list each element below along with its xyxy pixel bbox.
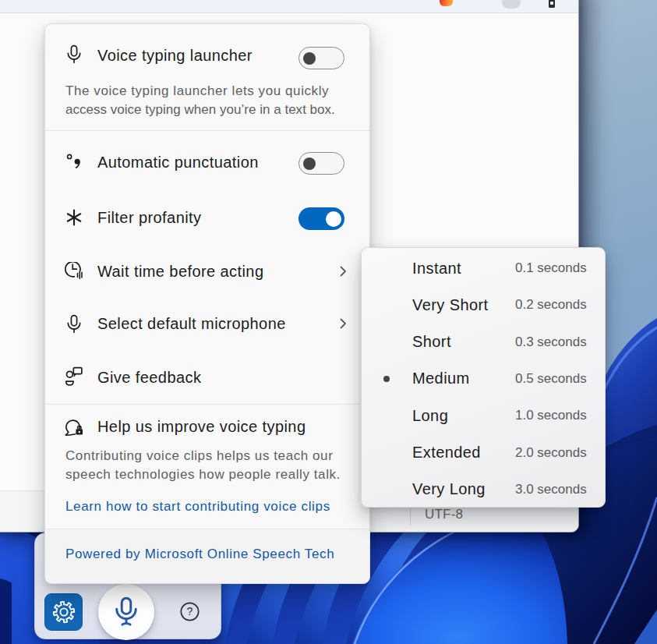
submenu-option-label: Very Short [412, 296, 489, 314]
item-label: Help us improve voice typing [97, 418, 306, 436]
submenu-option[interactable]: Very Short 0.2 seconds [362, 289, 605, 320]
description-line: Contributing voice clips helps us teach … [65, 447, 341, 465]
statusbar-encoding: UTF-8 [425, 507, 463, 522]
item-label: Automatic punctuation [97, 154, 259, 172]
microphone-icon [110, 596, 143, 628]
speech-bubble-lock-icon [65, 417, 83, 436]
item-label: Select default microphone [97, 315, 286, 333]
item-label: Wait time before acting [97, 263, 263, 281]
submenu-option-value: 0.3 seconds [515, 334, 587, 350]
submenu-option-label: Very Long [412, 480, 486, 498]
item-label: Give feedback [97, 369, 201, 387]
learn-voice-clips-link[interactable]: Learn how to start contributing voice cl… [65, 499, 330, 515]
submenu-option-value: 0.5 seconds [515, 371, 587, 387]
row-wait-time[interactable]: Wait time before acting [45, 256, 369, 287]
profile-avatar[interactable] [502, 0, 521, 9]
row-select-microphone[interactable]: Select default microphone [45, 308, 369, 339]
voice-typing-settings-flyout: Voice typing launcher The voice typing l… [44, 23, 370, 584]
gear-icon [51, 600, 76, 625]
row-voice-typing-launcher[interactable]: Voice typing launcher [45, 40, 369, 71]
wait-time-clock-icon [65, 262, 83, 281]
submenu-option-value: 3.0 seconds [515, 482, 587, 497]
chevron-right-icon [335, 316, 351, 331]
selected-bullet-icon [383, 376, 390, 382]
submenu-option[interactable]: Long 1.0 seconds [362, 400, 605, 431]
row-give-feedback[interactable]: Give feedback [45, 362, 369, 393]
row-filter-profanity[interactable]: Filter profanity [45, 202, 369, 233]
submenu-option-value: 2.0 seconds [515, 445, 587, 461]
submenu-option-label: Medium [412, 370, 470, 387]
submenu-option[interactable]: Very Long 3.0 seconds [362, 474, 605, 505]
row-automatic-punctuation[interactable]: Automatic punctuation [45, 147, 369, 178]
toggle-knob [303, 52, 316, 65]
launcher-toggle[interactable] [298, 47, 344, 69]
submenu-option-label: Instant [412, 260, 461, 278]
profanity-toggle[interactable] [298, 207, 344, 230]
extension-icon[interactable] [549, 0, 555, 8]
description-line: speech technologies how people really ta… [65, 465, 341, 484]
svg-text:?: ? [187, 605, 193, 617]
asterisk-icon [65, 208, 83, 227]
submenu-option-value: 0.1 seconds [515, 260, 587, 276]
toggle-knob [303, 157, 316, 170]
description-line: The voice typing launcher lets you quick… [65, 82, 335, 101]
chevron-right-icon [335, 264, 351, 279]
submenu-option[interactable]: Extended 2.0 seconds [362, 437, 605, 469]
punctuation-toggle[interactable] [298, 152, 344, 175]
launcher-label: Voice typing launcher [97, 47, 253, 65]
wait-time-submenu: Instant 0.1 seconds Very Short 0.2 secon… [361, 247, 606, 508]
browser-logo-icon[interactable] [440, 0, 453, 6]
microphone-icon [65, 44, 83, 63]
row-help-us-improve[interactable]: Help us improve voice typing [45, 411, 369, 442]
submenu-option[interactable]: Medium 0.5 seconds [362, 363, 605, 395]
question-mark-icon: ? [180, 602, 200, 621]
submenu-option[interactable]: Short 0.3 seconds [362, 327, 605, 358]
microphone-icon [65, 314, 83, 333]
microphone-button[interactable] [98, 584, 154, 640]
submenu-option-label: Extended [412, 444, 481, 462]
submenu-option-value: 1.0 seconds [515, 408, 587, 423]
description-line: access voice typing when you’re in a tex… [65, 101, 335, 119]
launcher-description: The voice typing launcher lets you quick… [65, 82, 335, 119]
powered-by-link[interactable]: Powered by Microsoft Online Speech Tech [65, 547, 334, 562]
separator [45, 404, 369, 405]
submenu-option[interactable]: Instant 0.1 seconds [362, 253, 605, 284]
help-description: Contributing voice clips helps us teach … [65, 447, 341, 483]
submenu-option-value: 0.2 seconds [515, 297, 587, 313]
toggle-knob [326, 211, 341, 227]
settings-button[interactable] [44, 593, 83, 631]
punctuation-icon [65, 153, 83, 172]
help-button[interactable]: ? [180, 602, 200, 621]
browser-toolbar [0, 0, 578, 13]
item-label: Filter profanity [97, 209, 201, 227]
submenu-option-label: Long [412, 407, 448, 425]
submenu-option-label: Short [412, 333, 451, 351]
flyout-footer: Powered by Microsoft Online Speech Tech [45, 529, 369, 583]
feedback-person-icon [65, 368, 83, 387]
separator [45, 130, 369, 131]
